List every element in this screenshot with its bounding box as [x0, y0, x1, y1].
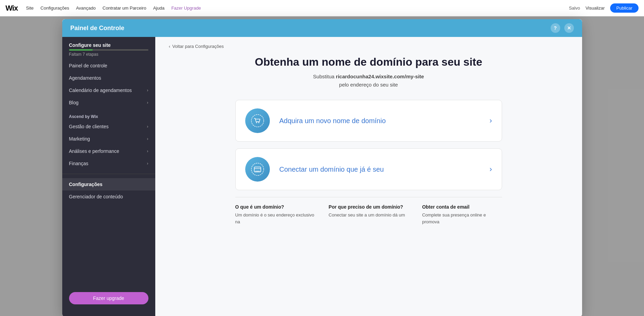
topbar-right: Salvo Visualizar Publicar — [569, 3, 639, 13]
visualizar-button[interactable]: Visualizar — [586, 5, 605, 11]
topbar-nav: Site Configurações Avançado Contratar um… — [26, 5, 201, 11]
nav-ajuda[interactable]: Ajuda — [153, 5, 165, 11]
topbar: Wix Site Configurações Avançado Contrata… — [0, 0, 644, 16]
wix-logo: Wix — [5, 4, 18, 13]
nav-avancado[interactable]: Avançado — [76, 5, 96, 11]
save-status: Salvo — [569, 5, 580, 11]
nav-configuracoes[interactable]: Configurações — [40, 5, 69, 11]
nav-site[interactable]: Site — [26, 5, 34, 11]
nav-parceiro[interactable]: Contratar um Parceiro — [103, 5, 146, 11]
nav-upgrade[interactable]: Fazer Upgrade — [171, 5, 201, 11]
publicar-button[interactable]: Publicar — [610, 3, 639, 13]
